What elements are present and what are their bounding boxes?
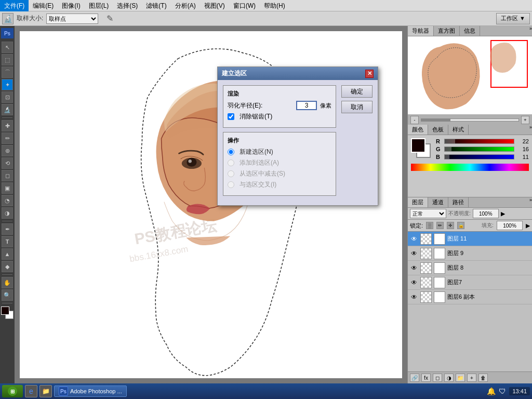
opacity-input[interactable] xyxy=(473,209,499,218)
menu-help[interactable]: 帮助(H) xyxy=(260,0,289,11)
layers-panel-menu[interactable]: » xyxy=(529,197,532,207)
cancel-button[interactable]: 取消 xyxy=(341,101,373,113)
tab-info[interactable]: 信息 xyxy=(460,26,480,36)
type-tool[interactable]: T xyxy=(2,236,13,247)
new-group-btn[interactable]: 📁 xyxy=(456,374,465,382)
shape-tool[interactable]: ◆ xyxy=(2,261,13,272)
add-mask-btn[interactable]: ◻ xyxy=(433,374,442,382)
subtract-radio[interactable] xyxy=(228,170,234,177)
add-to-radio[interactable] xyxy=(228,159,234,166)
layer-item-2[interactable]: 👁 图层 8 xyxy=(408,261,532,275)
eyedropper-tool-btn[interactable]: 🔬 xyxy=(2,13,14,24)
menu-edit[interactable]: 编辑(E) xyxy=(29,0,58,11)
zoom-in-btn[interactable]: + xyxy=(521,116,529,124)
anti-alias-checkbox[interactable] xyxy=(228,113,234,120)
tab-channels[interactable]: 通道 xyxy=(428,197,448,207)
tab-styles[interactable]: 样式 xyxy=(448,125,469,135)
zoom-out-btn[interactable]: - xyxy=(410,116,419,124)
eraser-tool[interactable]: ◻ xyxy=(2,170,13,181)
lock-position-btn[interactable]: ✛ xyxy=(447,222,454,229)
r-slider[interactable] xyxy=(444,139,514,144)
lock-pixels-btn[interactable]: ✏ xyxy=(436,222,444,229)
fill-input[interactable] xyxy=(497,221,523,230)
dialog-close-btn[interactable]: ✕ xyxy=(365,70,374,78)
layer-visibility-2[interactable]: 👁 xyxy=(410,264,418,272)
menu-select[interactable]: 选择(S) xyxy=(113,0,142,11)
delete-layer-btn[interactable]: 🗑 xyxy=(478,374,488,382)
move-tool[interactable]: ↖ xyxy=(2,42,13,53)
eyedropper-tool[interactable]: 🔬 xyxy=(2,104,13,115)
clone-stamp[interactable]: ⊛ xyxy=(2,145,13,156)
tab-swatches[interactable]: 色板 xyxy=(428,125,448,135)
ie-btn[interactable]: e xyxy=(25,385,37,397)
tab-navigator[interactable]: 导航器 xyxy=(408,26,434,36)
layer-visibility-1[interactable]: 👁 xyxy=(410,249,418,258)
hand-tool[interactable]: ✋ xyxy=(2,277,13,288)
layers-controls: 正常 不透明度: ▶ xyxy=(408,208,532,220)
healing-brush[interactable]: ✚ xyxy=(2,120,13,131)
g-slider[interactable] xyxy=(444,147,514,152)
start-button[interactable]: ⊞ xyxy=(2,385,23,397)
layer-item-0[interactable]: 👁 图层 11 xyxy=(408,232,532,246)
menu-filter[interactable]: 滤镜(T) xyxy=(142,0,170,11)
layer-link-btn[interactable]: 🔗 xyxy=(410,374,419,382)
tab-histogram[interactable]: 直方图 xyxy=(434,26,460,36)
zoom-slider[interactable] xyxy=(421,118,519,122)
fill-arrow[interactable]: ▶ xyxy=(526,222,530,229)
foreground-color[interactable] xyxy=(1,307,9,315)
path-select-tool[interactable]: ▲ xyxy=(2,248,13,260)
quick-select-tool[interactable]: ✦ xyxy=(2,79,13,90)
layer-effects-btn[interactable]: fx xyxy=(421,374,431,382)
folder-btn[interactable]: 📁 xyxy=(39,385,52,397)
layer-mask-thumb-1 xyxy=(434,248,445,259)
lasso-tool[interactable]: ⌒ xyxy=(2,66,13,78)
tab-paths[interactable]: 路径 xyxy=(448,197,469,207)
ok-button[interactable]: 确定 xyxy=(341,85,373,98)
menu-window[interactable]: 窗口(W) xyxy=(229,0,260,11)
render-section-title: 渲染 xyxy=(228,90,331,98)
color-panel-menu[interactable]: » xyxy=(529,125,532,135)
layer-item-1[interactable]: 👁 图层 9 xyxy=(408,246,532,261)
nav-panel-menu[interactable]: » xyxy=(529,26,532,36)
zoom-tool[interactable]: 🔍 xyxy=(2,289,13,301)
history-brush[interactable]: ⟲ xyxy=(2,157,13,169)
new-selection-radio[interactable] xyxy=(228,149,234,155)
pen-tool[interactable]: ✒ xyxy=(2,223,13,235)
taskbar-right: 🔔 🛡 13:41 xyxy=(487,387,530,395)
tab-color[interactable]: 颜色 xyxy=(408,125,428,135)
lock-transparent-btn[interactable]: ░ xyxy=(426,222,433,229)
gradient-tool[interactable]: ▣ xyxy=(2,182,13,194)
feather-input[interactable] xyxy=(296,101,317,110)
new-layer-btn[interactable]: + xyxy=(467,374,476,382)
layer-visibility-3[interactable]: 👁 xyxy=(410,278,418,287)
opacity-label: 不透明度: xyxy=(448,210,471,217)
crop-tool[interactable]: ⊡ xyxy=(2,91,13,103)
workspace-button[interactable]: 工作区 ▼ xyxy=(496,13,530,24)
layer-visibility-0[interactable]: 👁 xyxy=(410,235,418,243)
menu-view[interactable]: 视图(V) xyxy=(200,0,229,11)
sample-size-select[interactable]: 取样点 xyxy=(46,14,98,24)
opacity-arrow[interactable]: ▶ xyxy=(501,210,505,217)
photoshop-taskbar-btn[interactable]: Ps Adobe Photoshop ... xyxy=(54,385,127,397)
layer-visibility-4[interactable]: 👁 xyxy=(410,293,418,301)
blur-tool[interactable]: ◔ xyxy=(2,195,13,206)
layer-item-4[interactable]: 👁 图层6 副本 xyxy=(408,290,532,304)
lock-all-btn[interactable]: 🔒 xyxy=(457,222,464,229)
intersect-radio[interactable] xyxy=(228,181,234,188)
layer-item-3[interactable]: 👁 图层7 xyxy=(408,275,532,290)
new-fill-btn[interactable]: ◑ xyxy=(444,374,454,382)
tab-layers[interactable]: 图层 xyxy=(408,197,428,207)
marquee-tool[interactable]: ⬚ xyxy=(2,54,13,65)
b-slider[interactable] xyxy=(444,154,514,159)
tool-separator-3 xyxy=(2,274,12,275)
brush-tool[interactable]: ✏ xyxy=(2,132,13,144)
blend-mode-select[interactable]: 正常 xyxy=(410,209,446,218)
foreground-color-swatch[interactable] xyxy=(411,138,425,153)
menu-layer[interactable]: 图层(L) xyxy=(85,0,113,11)
intersect-label: 与选区交叉(I) xyxy=(240,180,276,189)
menu-image[interactable]: 图像(I) xyxy=(58,0,84,11)
dodge-tool[interactable]: ◑ xyxy=(2,207,13,219)
menu-file[interactable]: 文件(F) xyxy=(0,0,29,11)
menu-analyze[interactable]: 分析(A) xyxy=(171,0,200,11)
color-spectrum[interactable] xyxy=(411,164,529,171)
